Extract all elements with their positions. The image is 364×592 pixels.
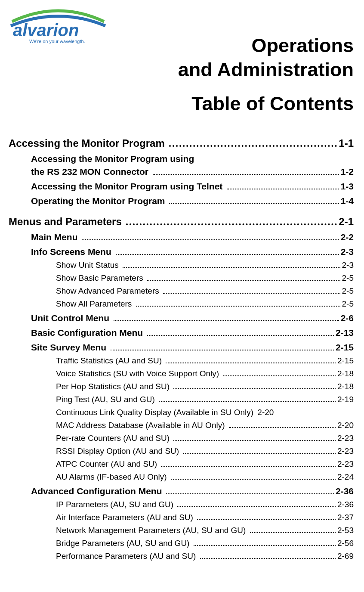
toc-sub2-title: Performance Parameters (AU and SU) <box>56 552 198 561</box>
toc-page: 2-36 <box>337 500 354 509</box>
toc-sub2[interactable]: IP Parameters (AU, SU and GU) 2-36 <box>56 500 354 509</box>
toc-page: 2-23 <box>337 434 354 443</box>
toc-sub2[interactable]: AU Alarms (IF-based AU Only) 2-24 <box>56 472 354 482</box>
brand-name: alvarion <box>13 21 79 40</box>
toc-sub2[interactable]: Show Advanced Parameters 2-5 <box>56 286 354 296</box>
leader-dots <box>197 519 336 520</box>
toc-page: 1-2 <box>341 167 354 177</box>
leader-dots <box>147 280 340 281</box>
toc-sub2-title: Continuous Link Quality Display (Availab… <box>56 408 256 417</box>
toc-sub2[interactable]: Network Management Parameters (AU, SU an… <box>56 526 354 535</box>
toc-sub2[interactable]: Per Hop Statistics (AU and SU) 2-18 <box>56 382 354 391</box>
toc-sub2[interactable]: Performance Parameters (AU and SU) 2-69 <box>56 552 354 561</box>
toc-sub1[interactable]: Unit Control Menu 2-6 <box>31 313 354 323</box>
leader-dots <box>169 145 337 147</box>
toc-sub2-title: Air Interface Parameters (AU and SU) <box>56 513 195 522</box>
toc-page: 2-18 <box>337 369 354 378</box>
toc-sub2[interactable]: Per-rate Counters (AU and SU) 2-23 <box>56 434 354 443</box>
toc-page: 1-1 <box>339 137 354 149</box>
toc-sub1[interactable]: Basic Configuration Menu 2-13 <box>31 328 354 338</box>
toc-sub2[interactable]: Air Interface Parameters (AU and SU) 2-3… <box>56 513 354 522</box>
toc-sub2-title: Per Hop Statistics (AU and SU) <box>56 382 172 391</box>
toc-page: 2-20 <box>257 408 274 417</box>
leader-dots <box>227 189 339 189</box>
toc-sub1-title: Unit Control Menu <box>31 313 112 323</box>
toc-sub2-title: AU Alarms (IF-based AU Only) <box>56 472 169 482</box>
toc-sub2-title: Show Advanced Parameters <box>56 286 161 296</box>
leader-dots <box>161 466 336 467</box>
leader-dots <box>153 174 339 175</box>
toc-page: 2-20 <box>337 421 354 430</box>
leader-dots <box>171 479 336 480</box>
toc-page: 2-69 <box>337 552 354 561</box>
title-line-2: and Administration <box>9 58 354 82</box>
leader-dots <box>229 427 336 428</box>
toc-sub1-title: Site Survey Menu <box>31 342 109 353</box>
toc-sub2-title: IP Parameters (AU, SU and GU) <box>56 500 176 509</box>
toc-section[interactable]: Menus and Parameters 2-1 <box>9 216 354 228</box>
toc-sub1[interactable]: the RS 232 MON Connector 1-2 <box>31 167 354 177</box>
toc-sub1[interactable]: Accessing the Monitor Program using Teln… <box>31 181 354 192</box>
leader-dots <box>177 506 336 507</box>
toc-sub2-title: ATPC Counter (AU and SU) <box>56 459 159 469</box>
leader-dots <box>116 254 339 255</box>
toc-page: 2-5 <box>342 273 354 283</box>
toc-page: 2-15 <box>336 342 354 353</box>
toc-sub1[interactable]: Site Survey Menu 2-15 <box>31 342 354 353</box>
toc-sub2[interactable]: Continuous Link Quality Display (Availab… <box>56 408 354 417</box>
toc-sub2[interactable]: Ping Test (AU, SU and GU) 2-19 <box>56 395 354 404</box>
toc-page: 2-5 <box>342 299 354 309</box>
toc-sub2-title: Show Basic Parameters <box>56 273 145 283</box>
toc-page: 1-3 <box>341 181 354 192</box>
toc-page: 1-4 <box>341 196 354 206</box>
brand-tagline: We're on your wavelength. <box>29 39 85 44</box>
leader-dots <box>166 493 334 494</box>
toc-page: 2-5 <box>342 286 354 296</box>
leader-dots <box>111 350 334 350</box>
toc-sub2[interactable]: Show Basic Parameters 2-5 <box>56 273 354 283</box>
toc-page: 2-53 <box>337 526 354 535</box>
leader-dots <box>136 306 340 307</box>
toc-sub2-title: RSSI Display Option (AU and SU) <box>56 446 181 456</box>
toc-sub2[interactable]: Voice Statistics (SU with Voice Support … <box>56 369 354 378</box>
toc-sub2-title: Voice Statistics (SU with Voice Support … <box>56 369 221 378</box>
leader-dots <box>169 203 339 204</box>
leader-dots <box>163 293 340 294</box>
toc-sub2-title: Per-rate Counters (AU and SU) <box>56 434 172 443</box>
toc-sub2-title: Network Management Parameters (AU, SU an… <box>56 526 248 535</box>
toc-sub2[interactable]: Show Unit Status 2-3 <box>56 260 354 270</box>
toc-page: 2-3 <box>342 260 354 270</box>
table-of-contents: Accessing the Monitor Program 1-1 Access… <box>9 137 354 561</box>
toc-sub2[interactable]: Show All Parameters 2-5 <box>56 299 354 309</box>
toc-sub2[interactable]: ATPC Counter (AU and SU) 2-23 <box>56 459 354 469</box>
toc-sub1-title: Info Screens Menu <box>31 247 114 257</box>
toc-page: 2-56 <box>337 539 354 548</box>
toc-sub1[interactable]: Main Menu 2-2 <box>31 232 354 242</box>
toc-page: 2-24 <box>337 472 354 482</box>
toc-sub1[interactable]: Operating the Monitor Program 1-4 <box>31 196 354 206</box>
leader-dots <box>173 440 336 441</box>
toc-section[interactable]: Accessing the Monitor Program 1-1 <box>9 137 354 149</box>
toc-page: 2-36 <box>336 486 354 496</box>
toc-sub1[interactable]: Advanced Configuration Menu 2-36 <box>31 486 354 496</box>
toc-sub2[interactable]: RSSI Display Option (AU and SU) 2-23 <box>56 446 354 456</box>
toc-sub2[interactable]: MAC Address Database (Available in AU On… <box>56 421 354 430</box>
brand-logo: alvarion We're on your wavelength. <box>9 9 108 46</box>
toc-sub1[interactable]: Accessing the Monitor Program using <box>31 154 354 164</box>
toc-sub1-title: Accessing the Monitor Program using Teln… <box>31 181 225 192</box>
toc-page: 2-19 <box>337 395 354 404</box>
leader-dots <box>223 375 336 376</box>
toc-sub1-title: Operating the Monitor Program <box>31 196 167 206</box>
leader-dots <box>250 532 336 533</box>
toc-sub2[interactable]: Bridge Parameters (AU, SU and GU) 2-56 <box>56 539 354 548</box>
toc-sub2-title: Show Unit Status <box>56 260 121 270</box>
toc-section-title: Accessing the Monitor Program <box>9 137 167 149</box>
toc-sub1[interactable]: Info Screens Menu 2-3 <box>31 247 354 257</box>
toc-section-title: Menus and Parameters <box>9 216 124 228</box>
leader-dots <box>200 558 336 559</box>
leader-dots <box>147 335 334 336</box>
toc-page: 2-23 <box>337 459 354 469</box>
toc-sub2[interactable]: Traffic Statistics (AU and SU) 2-15 <box>56 356 354 366</box>
toc-page: 2-23 <box>337 446 354 456</box>
leader-dots <box>114 320 339 321</box>
